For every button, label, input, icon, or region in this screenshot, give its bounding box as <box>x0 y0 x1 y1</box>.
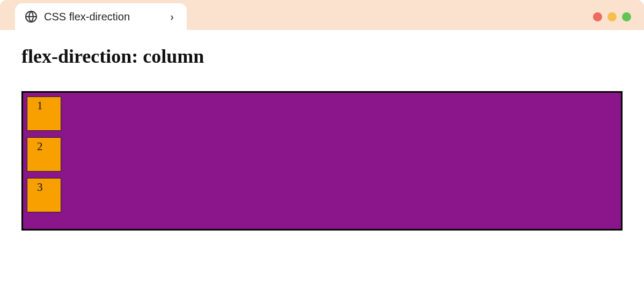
browser-chrome: CSS flex-direction › <box>0 0 644 30</box>
tab-title: CSS flex-direction <box>44 11 164 23</box>
flex-item: 3 <box>27 178 61 212</box>
page-heading: flex-direction: column <box>21 45 623 68</box>
flex-item: 1 <box>27 96 61 131</box>
window-minimize-button[interactable] <box>608 12 617 21</box>
chevron-right-icon: › <box>170 11 174 23</box>
window-close-button[interactable] <box>593 12 602 21</box>
flex-item: 2 <box>27 137 61 172</box>
browser-tab[interactable]: CSS flex-direction › <box>15 3 187 30</box>
page-content: flex-direction: column 1 2 3 <box>0 30 644 231</box>
window-maximize-button[interactable] <box>622 12 631 21</box>
flex-container-demo: 1 2 3 <box>21 91 623 231</box>
traffic-lights <box>593 12 631 21</box>
globe-icon <box>25 10 38 23</box>
